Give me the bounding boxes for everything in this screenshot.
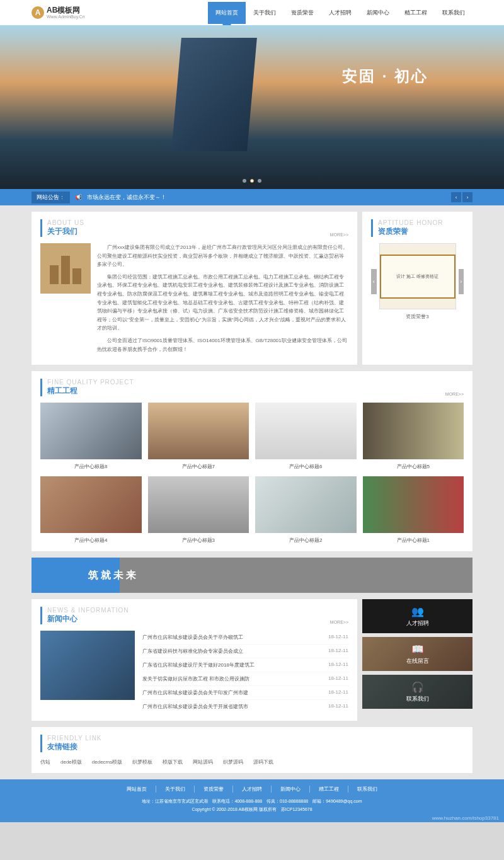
footer: 网站首页 关于我们 资质荣誉 人才招聘 新闻中心 精工工程 联系我们 地址：江苏… [0,779,504,822]
honor-prev-button[interactable]: ‹ [371,269,377,294]
hero-dot-active[interactable] [250,179,254,183]
users-icon: 👥 [411,605,424,617]
project-image [40,476,142,533]
project-item[interactable]: 产品中心标题1 [363,476,464,544]
svg-rect-2 [72,268,81,284]
footer-nav-item[interactable]: 联系我们 [348,786,386,793]
nav-news[interactable]: 新闻中心 [359,2,397,24]
footer-nav-item[interactable]: 资质荣誉 [195,786,233,793]
header: A AB模板网 Www.AdminBuy.Cn 网站首页 关于我们 资质荣誉 人… [0,0,504,25]
promo-strip: 筑就未来 [32,558,472,593]
honor-title-en: APTITUDE HONOR [378,219,443,226]
footer-nav-item[interactable]: 精工工程 [310,786,348,793]
nav-honor[interactable]: 资质荣誉 [284,2,321,24]
sidebar-contact[interactable]: 🎧 联系我们 [362,675,472,709]
footer-nav-item[interactable]: 关于我们 [156,786,195,793]
hero-dot[interactable] [243,179,246,183]
about-paragraph: 集团公司经营范围：建筑工程施工总承包、市政公用工程施工总承包、电力工程施工总承包… [97,273,348,333]
book-icon: 📖 [411,643,424,655]
about-section: ABOUT US 关于我们 MORE>> 广州xxx建设集团有限公司成立于201… [32,212,357,365]
project-caption: 产品中心标题3 [148,537,249,544]
nav-home[interactable]: 网站首页 [208,2,246,24]
about-title-cn: 关于我们 [47,226,84,237]
sidebar-recruit[interactable]: 👥 人才招聘 [362,599,472,633]
honor-caption: 资质荣誉3 [379,313,456,320]
nav-recruit[interactable]: 人才招聘 [321,2,359,24]
news-item[interactable]: 广州市住房和城乡建设委员会关于开展省建筑市18-12-11 [142,700,348,713]
links-title-en: FRIENDLY LINK [47,735,102,742]
about-more-link[interactable]: MORE>> [330,232,348,237]
sidebar-label: 联系我们 [406,695,429,703]
honor-title-cn: 资质荣誉 [378,226,443,237]
news-item[interactable]: 广东省住房和城乡建设厅关于做好2018年度建筑工18-12-11 [142,658,348,672]
friendly-link[interactable]: dedecms模版 [92,759,122,765]
footer-address: 地址：江苏省南京市玄武区玄武湖 联系电话：4008-888-888 传真：010… [0,798,504,806]
news-image[interactable] [40,631,135,700]
news-date: 18-12-11 [328,648,348,655]
project-item[interactable]: 产品中心标题3 [148,476,249,544]
project-item[interactable]: 产品中心标题2 [255,476,357,544]
projects-title-en: FINE QUALITY PROJECT [47,379,134,386]
friendly-link[interactable]: 织梦源码 [223,759,243,765]
friendly-link[interactable]: 仿站 [40,759,50,765]
project-image [148,476,249,533]
svg-rect-0 [50,265,59,284]
logo-subtitle: Www.AdminBuy.Cn [47,14,85,20]
news-more-link[interactable]: MORE>> [330,620,348,624]
headset-icon: 🎧 [411,681,424,693]
sidebar-label: 人才招聘 [406,619,429,628]
project-caption: 产品中心标题5 [363,463,464,470]
news-item[interactable]: 广东省建设科技与标准化协会专家委员会成立18-12-11 [142,645,348,658]
strip-text: 筑就未来 [88,569,139,582]
footer-nav-item[interactable]: 网站首页 [118,786,156,793]
project-image [255,403,357,459]
sidebar-message[interactable]: 📖 在线留言 [362,637,472,671]
speaker-icon: 📢 [75,194,82,200]
logo[interactable]: A AB模板网 Www.AdminBuy.Cn [32,6,85,20]
friendly-link[interactable]: 网站源码 [193,759,213,765]
news-title-cn: 新闻中心 [47,614,129,624]
project-caption: 产品中心标题6 [255,463,357,470]
sidebar: 👥 人才招聘 📖 在线留言 🎧 联系我们 [362,599,472,721]
projects-section: FINE QUALITY PROJECT 精工工程 MORE>> 产品中心标题8… [32,371,472,551]
friendly-link[interactable]: 模版下载 [163,759,183,765]
honor-image[interactable]: 设计 施工 维修资格证 [379,243,456,309]
news-title-en: NEWS & INFORMATION [47,607,129,614]
friendly-link[interactable]: 织梦模板 [132,759,152,765]
notice-next-button[interactable]: › [462,192,472,202]
friendly-link[interactable]: 源码下载 [253,759,273,765]
project-image [148,403,249,459]
news-date: 18-12-11 [328,662,348,668]
news-date: 18-12-11 [328,675,348,682]
project-caption: 产品中心标题1 [363,537,464,544]
friendly-link[interactable]: dede模版 [60,759,82,765]
footer-nav-item[interactable]: 人才招聘 [233,786,272,793]
projects-more-link[interactable]: MORE>> [445,392,464,396]
project-item[interactable]: 产品中心标题5 [363,403,464,470]
nav-about[interactable]: 关于我们 [246,2,284,24]
project-item[interactable]: 产品中心标题4 [40,476,142,544]
nav-contact[interactable]: 联系我们 [435,2,472,24]
news-item[interactable]: 广州市住房和城乡建设委员会关于印发广州市建18-12-11 [142,686,348,700]
notice-prev-button[interactable]: ‹ [451,192,461,202]
project-item[interactable]: 产品中心标题8 [40,403,142,470]
honor-next-button[interactable]: › [459,269,464,294]
nav-project[interactable]: 精工工程 [397,2,435,24]
project-caption: 产品中心标题8 [40,463,142,470]
project-caption: 产品中心标题4 [40,537,142,544]
footer-nav-item[interactable]: 新闻中心 [272,786,310,793]
about-title-en: ABOUT US [47,219,84,226]
logo-title: AB模板网 [47,6,85,14]
project-item[interactable]: 产品中心标题7 [148,403,249,470]
hero-pagination [243,179,261,183]
projects-title-cn: 精工工程 [47,386,134,396]
news-section: NEWS & INFORMATION 新闻中心 MORE>> 广州市住房和城乡建… [32,599,357,721]
hero-dot[interactable] [258,179,261,183]
hero-tagline: 安固 · 初心 [342,66,428,86]
notice-text[interactable]: 市场永远在变，诚信永不变～！ [87,193,166,202]
hero-banner: 安固 · 初心 [0,25,504,189]
news-date: 18-12-11 [328,689,348,696]
news-item[interactable]: 广州市住房和城乡建设委员会关于举办砌筑工18-12-11 [142,631,348,645]
news-item[interactable]: 发关于切实做好房屋市政工程 和市政公用设施防18-12-11 [142,672,348,686]
project-item[interactable]: 产品中心标题6 [255,403,357,470]
